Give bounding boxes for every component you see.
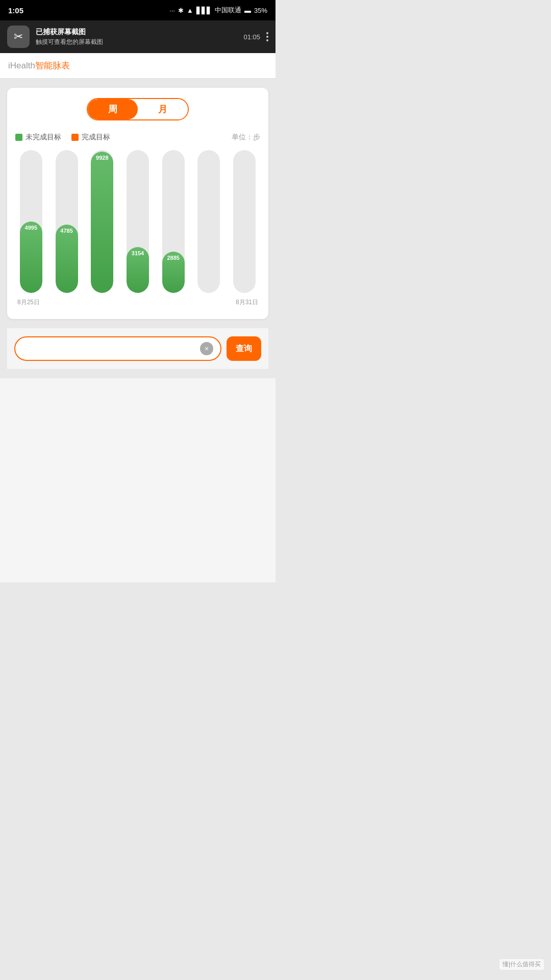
bar-fill-1: 4785 (56, 225, 78, 293)
status-icons: ··· ✱ ▲ ▋▋▋ 中国联通 ▬ 35% (169, 6, 267, 15)
bar-track-4: 2885 (162, 150, 185, 293)
carrier-label: 中国联通 (215, 6, 241, 15)
bar-fill-4: 2885 (162, 252, 185, 293)
signal-icon: ▋▋▋ (196, 7, 212, 14)
bar-track-6 (233, 150, 256, 293)
notif-time: 01:05 (243, 33, 260, 41)
bar-col-6 (229, 150, 260, 293)
bar-track-5 (197, 150, 220, 293)
legend-complete-label: 完成目标 (82, 133, 110, 142)
bar-fill-0: 4995 (20, 222, 42, 293)
bar-value-0: 4995 (25, 225, 37, 231)
bar-fill-2: 9928 (91, 152, 113, 293)
bar-track-3: 3154 (127, 150, 149, 293)
period-toggle[interactable]: 周 月 (15, 98, 260, 120)
chart-start-date: 8月25日 (17, 298, 40, 307)
clear-button[interactable]: × (200, 342, 213, 355)
notif-app-icon: ✂ (7, 26, 30, 48)
chart-area: 49954785992831542885 (15, 150, 260, 293)
legend-incomplete-label: 未完成目标 (26, 133, 61, 142)
bar-track-0: 4995 (20, 150, 42, 293)
bar-col-2: 9928 (86, 150, 118, 293)
bluetooth-icon: ✱ (178, 7, 184, 14)
chart-end-date: 8月31日 (236, 298, 258, 307)
app-title-prefix: iHealth (8, 61, 35, 70)
main-content: 周 月 未完成目标 完成目标 单位：步 49954785992831542885… (0, 79, 276, 378)
search-section: × 查询 (7, 328, 268, 369)
legend-complete: 完成目标 (71, 133, 110, 142)
bar-track-1: 4785 (56, 150, 78, 293)
search-input-wrapper[interactable]: × (14, 336, 221, 361)
query-button[interactable]: 查询 (227, 336, 261, 361)
status-time: 1:05 (8, 6, 23, 15)
app-title-suffix: 智能脉表 (35, 61, 70, 70)
wifi-icon: ▲ (187, 7, 193, 14)
bar-col-4: 2885 (158, 150, 189, 293)
empty-content-area (0, 378, 276, 582)
dots-icon: ··· (169, 7, 175, 14)
week-toggle-btn[interactable]: 周 (88, 99, 138, 119)
legend-orange-dot (71, 134, 79, 141)
bar-value-4: 2885 (167, 255, 179, 261)
notif-title: 已捕获屏幕截图 (36, 28, 237, 37)
notification-bar[interactable]: ✂ 已捕获屏幕截图 触摸可查看您的屏幕截图 01:05 (0, 20, 276, 53)
bar-value-2: 9928 (96, 155, 108, 161)
battery-label: 35% (254, 7, 267, 14)
bar-col-1: 4785 (51, 150, 83, 293)
bar-value-3: 3154 (132, 250, 144, 256)
bar-col-3: 3154 (122, 150, 154, 293)
bar-col-5 (193, 150, 225, 293)
search-input[interactable] (22, 345, 200, 353)
clear-icon: × (205, 345, 209, 353)
chart-dates: 8月25日 8月31日 (15, 298, 260, 307)
notif-menu-icon[interactable] (266, 32, 268, 41)
legend-green-dot (15, 134, 22, 141)
battery-icon: ▬ (244, 7, 251, 14)
status-bar: 1:05 ··· ✱ ▲ ▋▋▋ 中国联通 ▬ 35% (0, 0, 276, 20)
bar-col-0: 4995 (15, 150, 47, 293)
unit-label: 单位：步 (232, 133, 260, 142)
app-title: iHealth智能脉表 (8, 60, 70, 71)
toggle-container[interactable]: 周 月 (87, 98, 189, 120)
app-header: iHealth智能脉表 (0, 53, 276, 79)
legend-incomplete: 未完成目标 (15, 133, 61, 142)
bar-fill-3: 3154 (127, 247, 149, 293)
bar-value-1: 4785 (60, 228, 72, 234)
notif-subtitle: 触摸可查看您的屏幕截图 (36, 38, 237, 46)
notif-content: 已捕获屏幕截图 触摸可查看您的屏幕截图 (36, 28, 237, 46)
month-toggle-btn[interactable]: 月 (138, 99, 188, 119)
chart-legend: 未完成目标 完成目标 单位：步 (15, 133, 260, 142)
chart-card: 周 月 未完成目标 完成目标 单位：步 49954785992831542885… (7, 88, 268, 319)
bar-track-2: 9928 (91, 150, 113, 293)
